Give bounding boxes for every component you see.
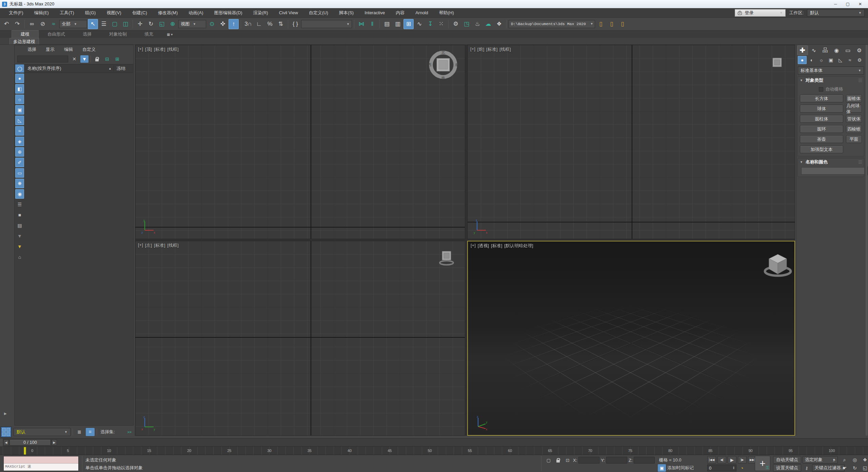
tab-display[interactable]: ▭ — [843, 45, 853, 55]
play-button[interactable]: ▶ — [728, 456, 736, 464]
viewport-menu-shading[interactable]: [线框] — [167, 46, 178, 53]
redo-button[interactable]: ↷ — [12, 19, 22, 29]
select-and-manipulate-button[interactable]: ✜ — [218, 19, 228, 29]
object-type-rollout-header[interactable]: ▼ 对象类型 — [798, 77, 864, 84]
ribbon-tab-object-paint[interactable]: 对象绘制 — [100, 31, 136, 38]
funnel-disabled-icon[interactable]: ▼ — [15, 231, 24, 241]
explorer-menu-select[interactable]: 选择 — [23, 46, 40, 53]
project-settings-icon[interactable]: ▯ — [596, 19, 606, 29]
filter-helpers-icon[interactable]: ◺ — [15, 116, 24, 125]
viewport-menu-pov[interactable]: [透视] — [478, 243, 489, 249]
layers-quick-icon[interactable]: ≣ — [75, 428, 84, 436]
time-slider-handle[interactable]: 0 / 100 — [9, 439, 51, 446]
workspace-dropdown[interactable]: 默认 ▼ — [807, 9, 865, 17]
key-filters-icon[interactable]: ⚷ — [803, 464, 811, 472]
panel-expander-icon[interactable]: ▶ — [4, 412, 7, 415]
viewport-menu-general[interactable]: [+] — [138, 46, 143, 53]
set-keys-button[interactable]: +⚿ — [755, 456, 770, 471]
auto-key-button[interactable]: 自动关键点 — [773, 456, 801, 464]
filter-xrefs-icon[interactable]: ⊕ — [15, 147, 24, 157]
select-and-scale-button[interactable]: ◱ — [157, 19, 167, 29]
select-by-name-button[interactable]: ☰ — [99, 19, 109, 29]
set-key-button[interactable]: 设置关键点 — [773, 464, 801, 472]
zoom-extents-icon[interactable]: ◎ — [850, 456, 859, 464]
edit-named-selection-sets-button[interactable]: { } — [290, 19, 300, 29]
toggle-scene-explorer-button[interactable]: ▤ — [382, 19, 392, 29]
material-editor-button[interactable]: ⁙ — [436, 19, 446, 29]
menu-graph-editors[interactable]: 图形编辑器(D) — [209, 8, 248, 18]
undo-button[interactable]: ↶ — [1, 19, 12, 29]
filter-spacewarps-icon[interactable]: ≈ — [15, 126, 24, 136]
geosphere-button[interactable]: 几何球体 — [846, 105, 862, 113]
timeline-ruler[interactable]: 0510152025303540455055606570758085909510… — [0, 446, 868, 455]
filter-icon[interactable]: ▼ — [80, 55, 88, 63]
preset-dropdown[interactable]: 默认 ▼ — [14, 428, 71, 436]
textplus-button[interactable]: 加强型文本 — [800, 145, 843, 153]
menu-edit[interactable]: 编辑(E) — [29, 8, 54, 18]
filter-groups-icon[interactable]: ◈ — [15, 137, 24, 146]
zoom-extents-all-icon[interactable]: ❖ — [861, 456, 868, 464]
container-icon[interactable]: ⌂ — [15, 252, 24, 262]
viewport-menu-pov[interactable]: [左] — [145, 242, 152, 249]
viewport-menu-renderer[interactable]: [标准] — [491, 243, 502, 249]
viewport-menu-renderer[interactable]: [标准] — [486, 46, 497, 53]
menu-group[interactable]: 组(G) — [80, 8, 101, 18]
current-frame-marker[interactable] — [24, 447, 26, 455]
render-setup-button[interactable]: ⚙ — [451, 19, 461, 29]
menu-scripting[interactable]: 脚本(S) — [334, 8, 359, 18]
menu-content[interactable]: 内容 — [390, 8, 410, 18]
sphere-button[interactable]: 球体 — [800, 105, 843, 113]
viewport-menu-pov[interactable]: [前] — [477, 46, 484, 53]
select-and-move-button[interactable]: ✛ — [135, 19, 145, 29]
menu-interactive[interactable]: Interactive — [359, 8, 390, 18]
viewport-menu-renderer[interactable]: [标准] — [154, 46, 165, 53]
viewport-menu-shading[interactable]: [线框] — [167, 242, 178, 249]
box-button[interactable]: 长方体 — [800, 95, 843, 102]
zoom-icon[interactable]: ⌕ — [830, 456, 839, 464]
category-cameras-icon[interactable]: ▣ — [826, 56, 835, 64]
pan-hand-icon[interactable]: ☛ — [840, 464, 849, 472]
name-column-header[interactable]: 名称(按升序排序) ▲ — [25, 65, 114, 72]
snaps-toggle-3d[interactable]: 3∩ — [243, 19, 253, 29]
row-note-icon[interactable]: ▤ — [15, 221, 24, 230]
viewport-menu-general[interactable]: [+] — [471, 243, 476, 249]
render-in-cloud-button[interactable]: ☁ — [483, 19, 493, 29]
login-dropdown[interactable]: 登录 ▼ — [735, 9, 786, 17]
curve-editor-button[interactable]: ∿ — [414, 19, 425, 29]
close-button[interactable]: ✕ — [859, 2, 862, 6]
frozen-column-header[interactable]: 冻结 — [114, 65, 133, 72]
viewport-perspective-active[interactable]: [+] [透视] [标准] [默认明暗处理] z — [467, 241, 795, 436]
select-and-rotate-button[interactable]: ↻ — [146, 19, 156, 29]
tab-motion[interactable]: ◉ — [831, 45, 842, 55]
menu-rendering[interactable]: 渲染(R) — [248, 8, 274, 18]
plane-button[interactable]: 平面 — [846, 135, 862, 143]
menu-civil-view[interactable]: Civil View — [274, 8, 303, 18]
select-and-place-button[interactable]: ⊕ — [167, 19, 178, 29]
project-folder-dropdown[interactable]: D:\Backup\Documents\3ds Max 2020 ▼ — [509, 20, 595, 28]
reference-coordinate-dropdown[interactable]: 视图 ▼ — [178, 20, 206, 28]
viewport-menu-shading[interactable]: [默认明暗处理] — [504, 243, 533, 249]
primitive-set-dropdown[interactable]: 标准基本体 ▼ — [798, 66, 864, 75]
viewcube[interactable]: 北 南 东 西 — [428, 49, 459, 81]
filter-containers-icon[interactable]: ▭ — [15, 168, 24, 178]
viewport-menu-shading[interactable]: [线框] — [499, 46, 511, 53]
menu-create[interactable]: 创建(C) — [127, 8, 153, 18]
filter-bones-icon[interactable]: ✐ — [15, 158, 24, 167]
listener-macro-row[interactable] — [4, 456, 78, 464]
spinner-icon[interactable]: ▲▼ — [733, 466, 735, 470]
x-coordinate-field[interactable] — [578, 457, 599, 464]
ribbon-subtab-polygon-modeling[interactable]: 多边形建模 — [9, 38, 39, 44]
mirror-button[interactable]: ⋈ — [356, 19, 367, 29]
ribbon-tab-freeform[interactable]: 自由形式 — [39, 31, 74, 38]
menu-help[interactable]: 帮助(H) — [434, 8, 459, 18]
ribbon-options-icon[interactable]: ▦ ▾ — [167, 33, 173, 36]
viewport-menu-general[interactable]: [+] — [138, 242, 143, 249]
asset-tracking-icon[interactable]: ▯ — [617, 19, 628, 29]
cone-button[interactable]: 圆锥体 — [846, 95, 862, 102]
render-production-button[interactable]: ♨ — [472, 19, 482, 29]
minimize-button[interactable]: ─ — [834, 2, 837, 6]
window-crossing-toggle[interactable]: ◫ — [120, 19, 131, 29]
viewcube[interactable] — [439, 249, 454, 267]
select-object-button[interactable]: ↖ — [88, 19, 98, 29]
schematic-view-button[interactable]: ↧ — [425, 19, 435, 29]
